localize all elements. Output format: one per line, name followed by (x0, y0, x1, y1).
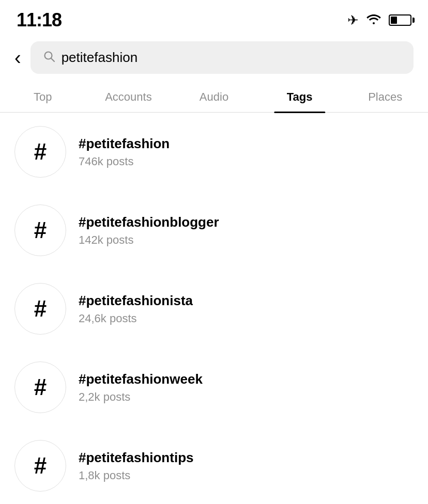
tab-accounts[interactable]: Accounts (86, 81, 172, 112)
search-query: petitefashion (62, 50, 137, 66)
hash-icon: # (34, 297, 47, 320)
tag-avatar: # (14, 204, 66, 256)
tag-info: #petitefashionista 24,6k posts (79, 293, 193, 325)
tab-places[interactable]: Places (342, 81, 428, 112)
tag-name: #petitefashionblogger (79, 214, 219, 230)
tags-list: # #petitefashion 746k posts # #petitefas… (0, 113, 428, 504)
tab-audio[interactable]: Audio (171, 81, 257, 112)
tag-name: #petitefashionista (79, 293, 193, 309)
tag-name: #petitefashionweek (79, 371, 203, 387)
wifi-icon (366, 13, 381, 27)
hash-icon: # (34, 140, 47, 163)
airplane-icon: ✈ (347, 12, 359, 28)
svg-line-1 (51, 58, 54, 61)
tab-top[interactable]: Top (0, 81, 86, 112)
tag-posts: 746k posts (79, 155, 170, 168)
tag-avatar: # (14, 361, 66, 413)
tag-item[interactable]: # #petitefashionblogger 142k posts (0, 191, 428, 270)
hash-icon: # (34, 454, 47, 477)
search-icon (43, 50, 55, 66)
tag-item[interactable]: # #petitefashion 746k posts (0, 113, 428, 191)
tag-posts: 142k posts (79, 233, 219, 247)
tag-name: #petitefashion (79, 136, 170, 152)
tag-item[interactable]: # #petitefashiontips 1,8k posts (0, 427, 428, 504)
tag-info: #petitefashionweek 2,2k posts (79, 371, 203, 404)
search-bar-container: ‹ petitefashion (0, 36, 428, 81)
status-time: 11:18 (17, 9, 62, 31)
tag-item[interactable]: # #petitefashionista 24,6k posts (0, 270, 428, 348)
tag-posts: 24,6k posts (79, 312, 193, 325)
hash-icon: # (34, 376, 47, 399)
tag-avatar: # (14, 440, 66, 492)
back-button[interactable]: ‹ (14, 48, 21, 68)
tag-posts: 2,2k posts (79, 390, 203, 404)
tab-bar: Top Accounts Audio Tags Places (0, 81, 428, 113)
hash-icon: # (34, 219, 47, 242)
status-bar: 11:18 ✈ (0, 0, 428, 36)
tag-avatar: # (14, 126, 66, 178)
tag-avatar: # (14, 283, 66, 335)
tag-info: #petitefashion 746k posts (79, 136, 170, 168)
battery-icon (389, 14, 411, 26)
search-bar[interactable]: petitefashion (30, 41, 414, 74)
tag-posts: 1,8k posts (79, 469, 193, 482)
status-icons: ✈ (347, 12, 411, 28)
tag-info: #petitefashiontips 1,8k posts (79, 450, 193, 482)
tag-name: #petitefashiontips (79, 450, 193, 466)
tag-info: #petitefashionblogger 142k posts (79, 214, 219, 247)
tab-tags[interactable]: Tags (257, 81, 343, 112)
tag-item[interactable]: # #petitefashionweek 2,2k posts (0, 348, 428, 427)
